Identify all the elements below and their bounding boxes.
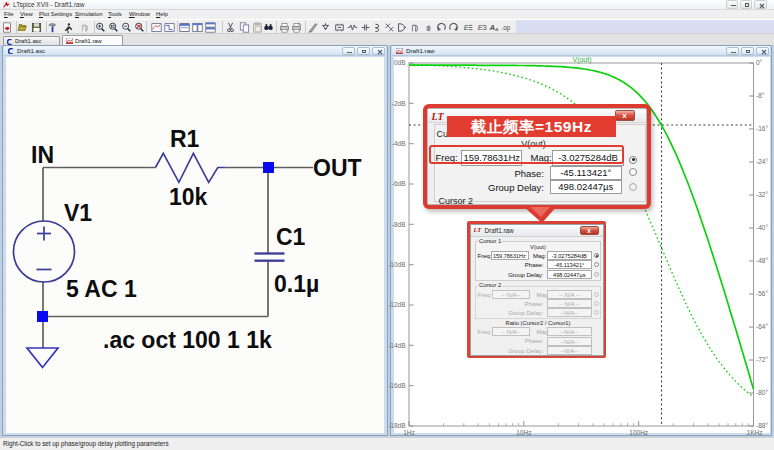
- svg-text:a: a: [494, 25, 498, 31]
- svg-text:E: E: [463, 23, 469, 32]
- svg-text:A: A: [489, 23, 495, 32]
- svg-text:.op: .op: [501, 24, 510, 32]
- svg-text:3: 3: [482, 23, 486, 32]
